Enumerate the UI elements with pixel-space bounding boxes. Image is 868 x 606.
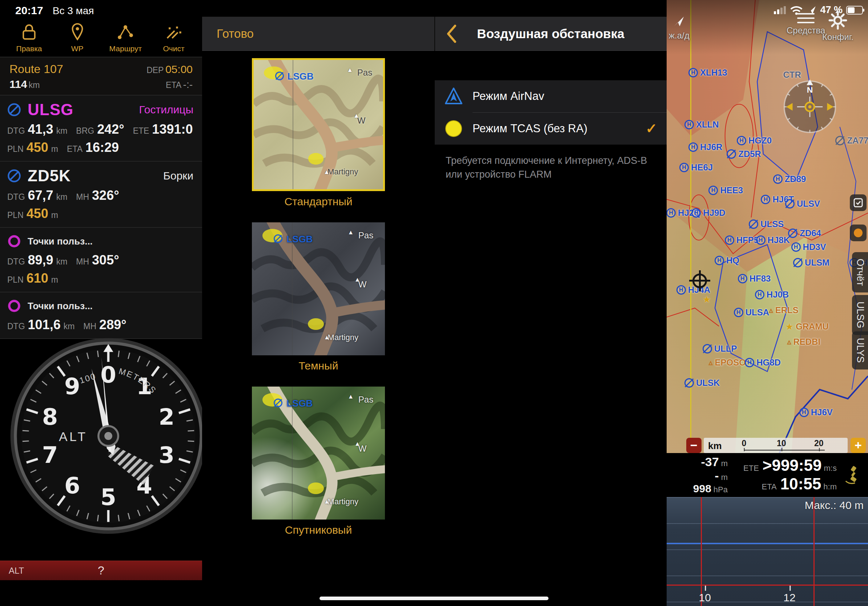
aircraft-symbol (693, 274, 707, 288)
map-marker-label: ULSV (797, 199, 820, 209)
waypoint-star-icon: ★ (785, 321, 794, 332)
preview-label-airport: LSGB (287, 233, 313, 245)
map-marker-label: HF83 (750, 274, 771, 284)
preview-label-town: Martigny (328, 333, 358, 342)
waypoint-row[interactable]: ULSGГостилицыDTG41,3kmBRG242°ETE1391:0PL… (0, 96, 202, 162)
preview-label-pass: Pas (358, 230, 373, 241)
waypoint-row[interactable]: Точки польз...DTG89,9kmMH305°PLN610m (0, 228, 202, 292)
peak-icon: ▲ (354, 440, 361, 448)
settings-modal: Готово Воздушная обстановка LSGBPasWMart… (202, 0, 666, 606)
heliport-icon: H (745, 358, 754, 367)
clear-icon (164, 22, 184, 43)
waypoint-row[interactable]: Точки польз...DTG101,6kmMH289° (0, 292, 202, 339)
map-style-preview-satellite[interactable]: LSGBPasWMartigny▲▲▲ (252, 386, 385, 519)
options-caption: Требуется подключение к Интернету, ADS-B… (446, 154, 649, 182)
map-marker: ▵EPOSO (708, 357, 746, 368)
heliport-icon: H (755, 290, 764, 299)
airport-symbol-icon (275, 71, 284, 80)
gps-status-icon (842, 463, 865, 487)
map-marker-label: ULSK (696, 378, 720, 388)
profile-max-label: Макс.: 40 m (805, 499, 863, 512)
map-markers-layer: HXLH13CTRHXLLNHHJ6RHHGZ0ZD5RZA77HHE6JHZD… (666, 0, 868, 453)
preview-label-airport: LSGB (287, 398, 313, 409)
toolbar-lock[interactable]: Правка (11, 22, 47, 53)
map-style-caption: Стандартный (284, 195, 352, 208)
preview-label-pass: Pas (357, 68, 372, 78)
profile-obstacle-line (814, 497, 815, 606)
traffic-button[interactable] (850, 224, 866, 241)
waypoint-row[interactable]: ZD5KБоркиDTG67,7kmMH326°PLN450m (0, 162, 202, 228)
zoom-out-button[interactable]: − (686, 438, 702, 453)
user-waypoint-icon (6, 233, 23, 250)
moving-map[interactable]: HXLH13CTRHXLLNHHJ6RHHGZ0ZD5RZA77HHE6JHZD… (666, 0, 868, 453)
waypoint-name: Точки польз... (28, 236, 93, 247)
config-button[interactable]: Конфиг. (822, 11, 854, 42)
map-marker-label: ULLP (714, 344, 737, 354)
back-button[interactable] (446, 24, 457, 43)
toolbar-label: Правка (16, 44, 42, 53)
profile-altitude-line (666, 543, 868, 544)
heliport-icon: H (738, 274, 747, 283)
toolbar-clear[interactable]: Очист (156, 22, 192, 53)
done-button[interactable]: Готово (217, 27, 254, 41)
compass[interactable]: N (778, 75, 842, 139)
map-marker-label: HJ6V (811, 407, 833, 417)
waypoint-list: ULSGГостилицыDTG41,3kmBRG242°ETE1391:0PL… (0, 96, 202, 339)
airport-icon (788, 229, 797, 238)
map-marker-label: HE6J (691, 162, 713, 173)
profile-grid (666, 497, 868, 606)
option-airnav-mode[interactable]: Режим AirNav (435, 80, 666, 112)
option-label: Режим AirNav (473, 90, 657, 103)
heliport-icon: H (679, 163, 689, 172)
option-tcas-mode[interactable]: Режим TCAS (без RA)✓ (435, 113, 666, 145)
airport-icon (785, 199, 795, 209)
map-marker-label: HD3V (803, 242, 826, 252)
map-marker: HHE6J (679, 162, 713, 173)
map-marker: HHJ6R (688, 142, 722, 152)
nearest-airfield-button[interactable]: ж.а/д (669, 14, 690, 41)
peak-icon: ▲ (348, 229, 354, 236)
scale-ruler: km 01020 (704, 438, 848, 453)
tab-ulsg[interactable]: ULSG (852, 295, 868, 335)
home-indicator[interactable] (319, 597, 549, 600)
map-marker: HHF83 (738, 274, 771, 284)
map-marker-label: XLH13 (700, 68, 727, 78)
zoom-in-button[interactable]: + (851, 438, 866, 453)
menu-icon (797, 13, 815, 23)
ete-value: >999:59 (763, 456, 822, 474)
option-label: Режим TCAS (без RA) (473, 122, 646, 135)
map-marker-label: HJ8K (768, 235, 790, 245)
map-marker-label: GRAMU (796, 322, 829, 332)
flight-info-strip: -37m -m 998hPa ETE>999:59m:s ETA10:55h:m (666, 454, 868, 495)
map-marker: ▵ERLS (769, 305, 798, 315)
map-style-preview-standard[interactable]: LSGBPasWMartigny▲▲▲ (252, 58, 385, 191)
map-marker: ULLP (703, 344, 737, 354)
map-marker: HHJ0B (755, 289, 789, 300)
tab-ulys[interactable]: ULYS (852, 331, 868, 369)
route-distance: 114 (9, 78, 27, 90)
preview-label-pass: Pas (358, 394, 373, 405)
eta-value: -:- (183, 79, 193, 90)
toolbar-label: WP (71, 44, 84, 53)
map-marker-label: ULSA (746, 308, 769, 317)
toolbar-route[interactable]: Маршрут (107, 22, 144, 53)
map-marker-label: HQ (726, 255, 739, 266)
airport-icon (684, 378, 694, 388)
map-marker: HHGZ0 (737, 136, 772, 146)
map-style-preview-dark[interactable]: LSGBPasWMartigny▲▲▲ (252, 223, 385, 355)
pin-icon (68, 22, 87, 43)
checklist-button[interactable] (850, 194, 866, 211)
map-marker-label: ZD89 (785, 174, 806, 184)
toolbar-pin[interactable]: WP (59, 22, 96, 53)
tools-button[interactable]: Средства (787, 13, 825, 36)
waypoint-code: ULSG (28, 100, 73, 119)
left-sidebar: 20:17 Вс 3 мая ПравкаWPМаршрутОчист Rout… (0, 0, 202, 606)
altitude-value: -37 (701, 455, 719, 469)
map-marker: HHD3V (791, 242, 826, 252)
route-header[interactable]: Route 107 DEP 05:00 114 km ETA -:- (0, 57, 202, 96)
status-bar-left: 20:17 Вс 3 мая (0, 0, 202, 17)
tab-report[interactable]: Отчёт (852, 252, 868, 292)
waypoint-name: Борки (163, 170, 195, 182)
map-marker: ULSS (749, 219, 784, 229)
north-label: N (807, 85, 813, 94)
